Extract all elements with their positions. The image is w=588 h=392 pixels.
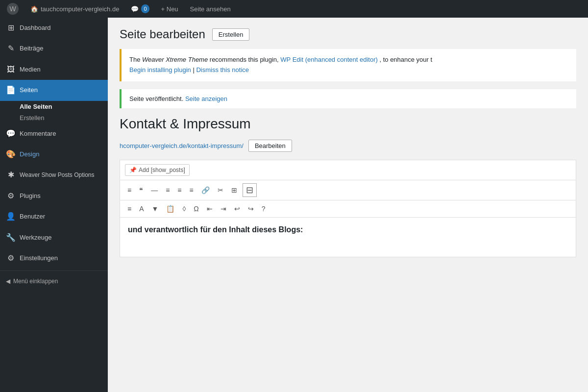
sidebar-item-seiten[interactable]: 📄 Seiten [0,80,108,100]
seiten-icon: 📄 [6,85,16,96]
sidebar-item-dashboard[interactable]: ⊞ Dashboard [0,18,108,38]
notice-theme-name: Weaver Xtreme Theme [142,56,208,63]
toolbar-list-icon[interactable]: ≡ [125,185,134,196]
toolbar-align-right-icon[interactable]: ≡ [187,185,196,196]
page-title-row: Seite bearbeiten Erstellen [120,27,576,41]
notice-text-middle: recommends this plugin, [210,56,279,63]
editor-content[interactable]: und verantwortlich für den Inhalt dieses… [120,218,576,257]
toolbar-dash-icon[interactable]: — [148,185,160,196]
url-row: hcomputer-vergleich.de/kontakt-impressum… [120,140,576,152]
toolbar-align-left-icon[interactable]: ≡ [163,185,172,196]
sidebar-sub-alle-seiten[interactable]: Alle Seiten [0,101,108,112]
notice-green: Seite veröffentlicht. Seite anzeigen [120,89,576,108]
editor-text: und verantwortlich für den Inhalt dieses… [128,225,303,234]
toolbar-quote-icon[interactable]: ❝ [137,185,146,196]
site-name-link[interactable]: 🏠 tauchcomputer-vergleich.de [27,0,122,18]
new-content-button[interactable]: + Neu [158,0,181,18]
sidebar-sub-erstellen[interactable]: Erstellen [0,112,108,123]
sidebar-item-einstellungen[interactable]: ⚙ Einstellungen [0,248,108,269]
notice-text-after: , to enhance your t [379,56,432,63]
toolbar-color-icon[interactable]: A [137,203,146,214]
sidebar-item-werkzeuge[interactable]: 🔧 Werkzeuge [0,227,108,248]
page-title: Seite bearbeiten [120,27,205,41]
editor-toolbar-row2: ≡ ❝ — ≡ ≡ ≡ 🔗 ✂ ⊞ ⊟ [120,180,576,200]
main-layout: ⊞ Dashboard ✎ Beiträge 🖼 Medien 📄 Seiten… [0,18,588,392]
toolbar-color-dropdown-icon[interactable]: ▼ [149,203,161,214]
admin-bar: W 🏠 tauchcomputer-vergleich.de 💬 0 + Neu… [0,0,588,18]
sidebar-item-benutzer[interactable]: 👤 Benutzer [0,206,108,227]
editor-toolbar-top: 📌 Add [show_posts] [120,160,576,180]
sidebar-item-beitraege[interactable]: ✎ Beiträge [0,38,108,59]
sidebar-divider [0,270,108,271]
toolbar-unlink-icon[interactable]: ✂ [215,185,226,196]
toolbar-help-icon[interactable]: ? [259,203,268,214]
comments-link[interactable]: 💬 0 [128,0,152,18]
sidebar-item-kommentare[interactable]: 💬 Kommentare [0,123,108,144]
toolbar-grid-icon[interactable]: ⊟ [243,183,257,197]
beitraege-icon: ✎ [6,43,16,54]
kommentare-icon: 💬 [6,128,16,139]
toolbar-align-center-icon[interactable]: ≡ [175,185,184,196]
notice-text-before: The [129,56,140,63]
comment-icon: 💬 [131,5,139,13]
view-page-link[interactable]: Seite anzeigen [185,95,227,102]
weaver-icon: ✱ [6,170,16,180]
sidebar-item-medien[interactable]: 🖼 Medien [0,59,108,80]
toolbar-indent-right-icon[interactable]: ⇥ [218,203,229,214]
toolbar-justify-icon[interactable]: ≡ [125,203,134,214]
toolbar-undo-icon[interactable]: ↩ [232,203,243,214]
editor-area: 📌 Add [show_posts] ≡ ❝ — ≡ ≡ ≡ 🔗 ✂ ⊞ ⊟ ≡ [120,160,576,257]
werkzeuge-icon: 🔧 [6,232,16,243]
toolbar-paste-icon[interactable]: 📋 [164,203,177,214]
notice-plugin-link[interactable]: WP Edit (enhanced content editor) [280,56,378,63]
collapse-icon: ◀ [6,278,10,285]
benutzer-icon: 👤 [6,211,16,222]
dashboard-icon: ⊞ [6,23,16,33]
view-page-link[interactable]: Seite ansehen [187,0,234,18]
toolbar-link-icon[interactable]: 🔗 [199,185,212,196]
post-title: Kontakt & Impressum [120,116,576,132]
sidebar-item-plugins[interactable]: ⚙ Plugins [0,186,108,206]
dismiss-notice-link[interactable]: Dismiss this notice [196,66,249,74]
notice-green-text: Seite veröffentlicht. [129,95,183,102]
pin-icon: 📌 [129,167,137,173]
medien-icon: 🖼 [6,64,16,75]
toolbar-redo-icon[interactable]: ↪ [245,203,256,214]
einstellungen-icon: ⚙ [6,253,16,264]
toolbar-eraser-icon[interactable]: ◊ [180,203,188,214]
url-bearbeiten-button[interactable]: Bearbeiten [248,140,292,152]
sidebar-item-weaver[interactable]: ✱ Weaver Show Posts Options [0,165,108,185]
toolbar-table-icon[interactable]: ⊞ [229,185,240,196]
editor-toolbar-row3: ≡ A ▼ 📋 ◊ Ω ⇤ ⇥ ↩ ↪ ? [120,200,576,218]
toolbar-omega-icon[interactable]: Ω [191,203,201,214]
add-show-posts-button[interactable]: 📌 Add [show_posts] [125,164,190,176]
notice-yellow: The Weaver Xtreme Theme recommends this … [120,49,576,81]
content-area: Seite bearbeiten Erstellen The Weaver Xt… [108,18,588,392]
install-plugin-link[interactable]: Begin installing plugin [129,66,191,74]
site-favicon-icon: 🏠 [30,5,38,13]
design-icon: 🎨 [6,149,16,160]
erstellen-button[interactable]: Erstellen [212,28,250,41]
plugins-icon: ⚙ [6,191,16,201]
page-url: hcomputer-vergleich.de/kontakt-impressum… [120,142,244,149]
toolbar-indent-left-icon[interactable]: ⇤ [204,203,215,214]
sidebar: ⊞ Dashboard ✎ Beiträge 🖼 Medien 📄 Seiten… [0,18,108,392]
wp-logo-icon: W [7,3,19,15]
sidebar-collapse-button[interactable]: ◀ Menü einklappen [0,273,108,290]
wp-logo-button[interactable]: W [4,0,22,18]
sidebar-item-design[interactable]: 🎨 Design [0,144,108,165]
